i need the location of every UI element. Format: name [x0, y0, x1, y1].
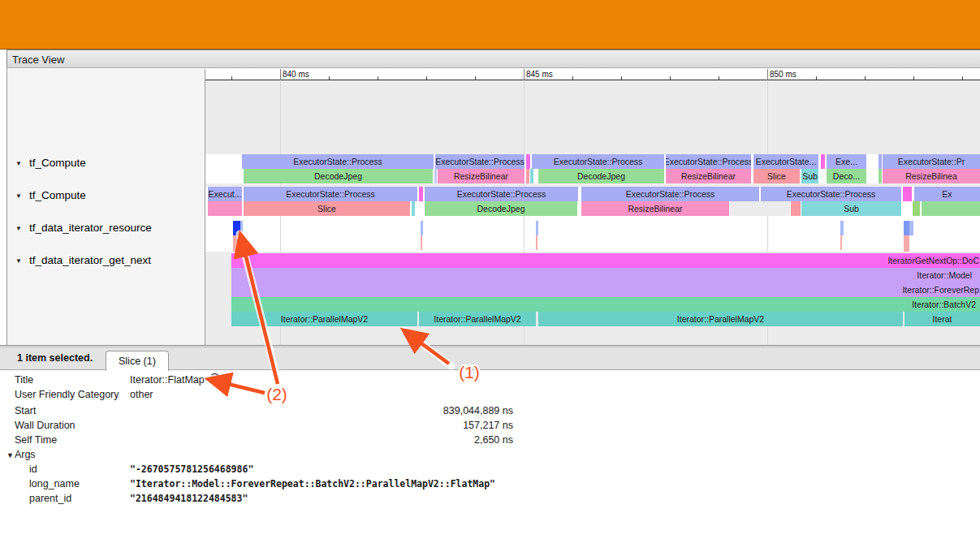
trace-slice[interactable]: DecodeJpeg — [425, 201, 577, 216]
trace-slice[interactable] — [821, 154, 825, 169]
ruler-major-tick — [280, 69, 281, 80]
trace-slice[interactable] — [904, 221, 909, 235]
trace-slice[interactable]: ExecutorState::Pr — [883, 154, 980, 169]
trace-slice[interactable]: Ex — [914, 187, 980, 201]
trace-slice[interactable] — [879, 169, 882, 183]
ruler-tick — [426, 76, 427, 80]
trace-slice[interactable]: IteratorGetNextOp::DoC — [231, 253, 980, 268]
trace-slice[interactable]: ExecutorState::Process — [666, 154, 751, 169]
trace-slice[interactable] — [530, 169, 533, 183]
top-banner — [0, 0, 980, 50]
track-label-0[interactable]: ▼tf_Compute — [15, 156, 86, 170]
trace-slice[interactable]: Iterator::Model — [231, 268, 980, 282]
trace-slice[interactable]: ResizeBilinear — [438, 169, 525, 183]
trace-slice[interactable] — [434, 169, 437, 183]
trace-slice[interactable] — [421, 221, 423, 235]
trace-slice[interactable]: Sub — [801, 169, 818, 183]
detail-row: Start839,044,889 ns — [0, 403, 980, 418]
arg-value: "2164849418122484583" — [130, 491, 248, 506]
ruler-tick — [475, 76, 476, 80]
trace-slice[interactable]: ExecutorState::Process — [532, 154, 664, 169]
trace-slice[interactable]: DecodeJpeg — [538, 169, 664, 183]
trace-slice[interactable]: Execut... — [208, 187, 242, 201]
trace-slice[interactable] — [412, 201, 415, 216]
trace-slice[interactable] — [903, 187, 912, 201]
trace-slice[interactable] — [909, 221, 913, 235]
track-label-1[interactable]: ▼tf_Compute — [15, 188, 86, 203]
trace-slice[interactable] — [536, 221, 538, 235]
tab-slice[interactable]: Slice (1) — [106, 351, 169, 371]
trace-slice[interactable]: Iterat — [904, 312, 980, 326]
detail-row: Self Time2,650 ns — [0, 433, 980, 447]
trace-slice[interactable]: Iterator::BatchV2 — [231, 297, 980, 312]
trace-slice[interactable] — [233, 221, 240, 235]
trace-slice[interactable] — [536, 235, 537, 250]
ruler-label: 845 ms — [526, 70, 553, 79]
ruler-tick — [816, 76, 817, 80]
track-label-text: tf_data_iterator_get_next — [29, 254, 151, 266]
trace-slice[interactable]: ResizeBilinea — [883, 169, 980, 183]
trace-slice[interactable] — [730, 201, 790, 216]
trace-slice[interactable]: Iterator::ForeverRep — [231, 282, 980, 297]
args-toggle[interactable]: ▼Args — [6, 447, 36, 462]
trace-slice[interactable] — [526, 169, 529, 183]
trace-slice[interactable]: Slice — [244, 201, 410, 216]
trace-slice[interactable] — [419, 187, 423, 201]
ruler-major-tick — [767, 69, 768, 80]
trace-slice[interactable]: ResizeBilinear — [666, 169, 751, 183]
trace-slice[interactable]: Iterator::ParallelMapV2 — [419, 312, 536, 326]
arg-value: "Iterator::Model::ForeverRepeat::BatchV2… — [130, 476, 495, 491]
trace-slice[interactable]: Iterator::ParallelMapV2 — [231, 312, 417, 326]
trace-slice[interactable] — [879, 154, 882, 169]
track-label-2[interactable]: ▼tf_data_iterator_resource — [15, 221, 152, 235]
details-panel: 1 item selected. Slice (1) ▼Args TitleIt… — [0, 345, 980, 539]
ruler-tick — [378, 76, 378, 80]
ruler-tick — [572, 76, 573, 80]
trace-slice[interactable]: Deco... — [827, 169, 866, 183]
track-label-3[interactable]: ▼tf_data_iterator_get_next — [15, 253, 151, 268]
collapse-icon: ▼ — [15, 254, 22, 269]
trace-view-title: Trace View — [12, 54, 64, 66]
trace-slice[interactable]: ExecutorState::Process — [761, 187, 901, 201]
trace-slice[interactable] — [526, 154, 530, 169]
trace-slice[interactable]: ExecutorState::Process — [435, 154, 525, 169]
detail-row: Wall Duration157,217 ns — [0, 418, 980, 433]
trace-slice[interactable] — [913, 201, 920, 216]
arg-row: long_name"Iterator::Model::ForeverRepeat… — [0, 476, 980, 491]
trace-slice[interactable] — [840, 235, 842, 250]
trace-slice[interactable]: ExecutorState::Process — [425, 187, 578, 201]
trace-slice[interactable] — [922, 201, 980, 216]
trace-slice[interactable] — [240, 221, 243, 235]
trace-slice[interactable]: DecodeJpeg — [244, 169, 433, 183]
detail-label: Wall Duration — [15, 418, 76, 433]
trace-slice[interactable]: Slice — [753, 169, 800, 183]
arg-row: parent_id"2164849418122484583" — [0, 491, 980, 506]
trace-slice[interactable]: ResizeBilinear — [581, 201, 729, 216]
ruler-tick — [329, 76, 330, 80]
trace-slice[interactable]: Iterator::ParallelMapV2 — [538, 312, 903, 326]
arg-row: id"-2670575781256468986" — [0, 462, 980, 476]
detail-value: other — [130, 387, 153, 402]
ruler-label: 850 ms — [770, 70, 797, 79]
trace-slice[interactable] — [421, 235, 422, 250]
trace-slice[interactable]: ExecutorState::Process — [581, 187, 759, 201]
search-icon[interactable] — [209, 373, 222, 386]
track-row-bg — [205, 216, 980, 252]
arg-key: parent_id — [29, 491, 71, 506]
ruler-tick — [962, 76, 963, 80]
trace-slice[interactable] — [208, 201, 242, 216]
track-label-text: tf_Compute — [29, 189, 86, 201]
arg-value: "-2670575781256468986" — [130, 462, 253, 476]
trace-slice[interactable]: Exe... — [827, 154, 866, 169]
collapse-icon: ▼ — [15, 189, 22, 204]
ruler-major-tick — [524, 69, 525, 80]
trace-slice[interactable] — [791, 201, 801, 216]
trace-slice[interactable] — [840, 221, 844, 235]
trace-slice[interactable] — [233, 235, 241, 252]
trace-slice[interactable] — [904, 235, 909, 252]
timeline-area[interactable]: 840 ms845 ms850 ms ExecutorState::Proces… — [205, 69, 980, 345]
trace-slice[interactable]: Sub — [801, 201, 901, 216]
trace-slice[interactable]: ExecutorState::Process — [244, 187, 417, 201]
trace-slice[interactable]: ExecutorState... — [753, 154, 818, 169]
trace-slice[interactable]: ExecutorState::Process — [242, 154, 434, 169]
